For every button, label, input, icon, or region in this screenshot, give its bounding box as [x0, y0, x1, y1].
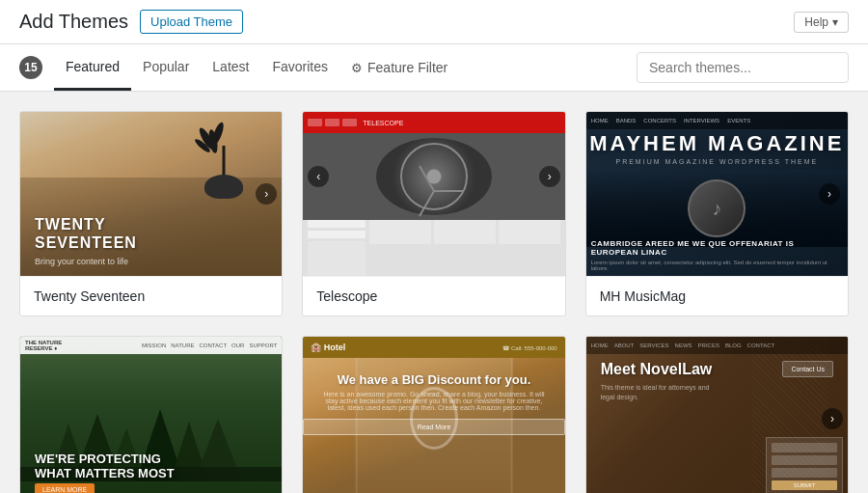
twenty-seventeen-subtitle: Bring your content to life [35, 257, 128, 266]
tab-favorites[interactable]: Favorites [260, 45, 339, 91]
novellaw-form: SUBMIT [766, 437, 843, 493]
hotel-logo: 🏨 Hotel [311, 342, 345, 352]
tab-latest[interactable]: Latest [201, 45, 260, 91]
themes-grid: TWENTYSEVENTEEN Bring your content to li… [0, 92, 868, 493]
upload-theme-button[interactable]: Upload Theme [140, 10, 243, 34]
page-header: Add Themes Upload Theme Help ▾ [0, 0, 868, 44]
theme-card-novellaw[interactable]: HOME ABOUT SERVICES NEWS PRICES BLOG CON… [585, 336, 849, 493]
prev-screenshot-arrow[interactable]: ‹ [308, 166, 329, 187]
search-input[interactable] [637, 52, 849, 83]
musicmag-subtitle: PREMIUM MAGAZINE WORDPRESS THEME [586, 158, 848, 165]
theme-name-mh-musicmag: MH MusicMag [586, 276, 848, 315]
theme-screenshot-hotel: 🏨 Hotel ☎ Call: 555-000-000 We have a BI… [303, 337, 564, 493]
theme-screenshot-novellaw: HOME ABOUT SERVICES NEWS PRICES BLOG CON… [586, 337, 848, 493]
hotel-header: 🏨 Hotel ☎ Call: 555-000-000 [303, 337, 564, 358]
header-left: Add Themes Upload Theme [19, 10, 243, 34]
musicmag-nav: HOME BANDS CONCERTS INTERVIEWS EVENTS [586, 112, 848, 129]
nature-logo: THE NATURERESERVE ♦ [25, 340, 62, 351]
feature-filter-label: Feature Filter [367, 60, 448, 75]
tab-featured[interactable]: Featured [54, 45, 131, 91]
help-label: Help [804, 15, 828, 29]
theme-card-hotel[interactable]: 🏨 Hotel ☎ Call: 555-000-000 We have a BI… [302, 336, 565, 493]
twenty-seventeen-label: TWENTYSEVENTEEN [35, 215, 137, 252]
nature-cta-button: LEARN MORE [35, 483, 95, 493]
theme-card-nature-reserve[interactable]: THE NATURERESERVE ♦ MISSION NATURE CONTA… [19, 336, 283, 493]
theme-screenshot-nature-reserve: THE NATURERESERVE ♦ MISSION NATURE CONTA… [20, 337, 282, 493]
novellaw-title: Meet NovelLaw [601, 361, 713, 378]
nature-header: THE NATURERESERVE ♦ MISSION NATURE CONTA… [20, 337, 282, 354]
nav-left: 15 Featured Popular Latest Favorites ⚙ F… [19, 45, 459, 91]
theme-name-twenty-seventeen: Twenty Seventeen [20, 276, 282, 315]
telescope-content [308, 220, 559, 276]
telescope-header: TELESCOPE [303, 112, 564, 133]
musicmag-content: CAMBRIDGE AREED ME WE QUE OFFENARIAT IS … [591, 239, 843, 271]
page-title: Add Themes [19, 11, 128, 33]
theme-screenshot-twenty-seventeen: TWENTYSEVENTEEN Bring your content to li… [20, 112, 282, 276]
novellaw-subtitle: This theme is ideal for attorneys and le… [601, 383, 717, 402]
musicmag-title: MAYHEM MAGAZINE [586, 131, 848, 156]
hotel-read-more-button: Read More [303, 419, 564, 435]
hotel-cta-subtitle: Here is an awesome promo. Go ahead, shar… [303, 391, 564, 411]
theme-count-badge: 15 [19, 56, 42, 79]
next-screenshot-arrow[interactable]: › [539, 166, 560, 187]
gear-icon: ⚙ [351, 61, 363, 75]
hotel-cta-text: We have a BIG Discount for you. [303, 372, 564, 387]
nav-bar: 15 Featured Popular Latest Favorites ⚙ F… [0, 44, 868, 92]
help-button[interactable]: Help ▾ [794, 12, 849, 33]
next-screenshot-arrow[interactable]: › [822, 408, 843, 429]
plant-decoration [195, 122, 253, 199]
next-screenshot-arrow[interactable]: › [819, 183, 840, 205]
feature-filter[interactable]: ⚙ Feature Filter [339, 46, 459, 89]
hotel-hero: We have a BIG Discount for you. Here is … [303, 358, 564, 493]
musicmag-image: ♪ [586, 170, 848, 247]
theme-card-twenty-seventeen[interactable]: TWENTYSEVENTEEN Bring your content to li… [19, 111, 283, 316]
telescope-hero: ‹ › [303, 133, 564, 220]
tab-popular[interactable]: Popular [131, 45, 201, 91]
theme-name-telescope: Telescope [303, 276, 564, 315]
theme-card-mh-musicmag[interactable]: HOME BANDS CONCERTS INTERVIEWS EVENTS MA… [585, 111, 849, 316]
novellaw-nav: HOME ABOUT SERVICES NEWS PRICES BLOG CON… [586, 337, 848, 354]
theme-card-telescope[interactable]: TELESCOPE ‹ › [302, 111, 565, 316]
theme-screenshot-mh-musicmag: HOME BANDS CONCERTS INTERVIEWS EVENTS MA… [586, 112, 848, 276]
nature-hero-text: WE'RE PROTECTINGWHAT MATTERS MOST [35, 452, 175, 481]
chevron-down-icon: ▾ [832, 15, 838, 29]
theme-screenshot-telescope: TELESCOPE ‹ › [303, 112, 564, 276]
novellaw-contact-button: Contact Us [782, 361, 833, 377]
next-screenshot-arrow[interactable]: › [256, 183, 277, 205]
